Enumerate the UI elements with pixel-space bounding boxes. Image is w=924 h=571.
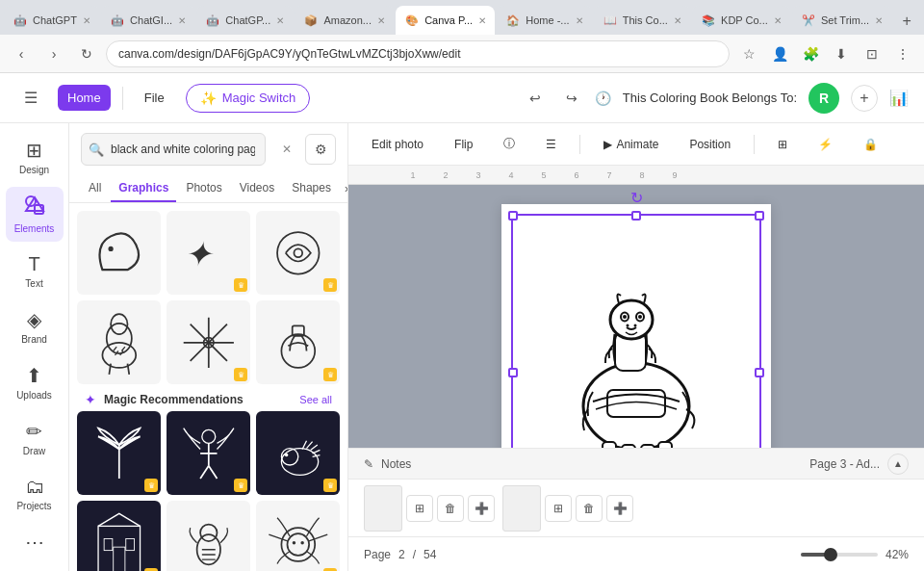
tab-close[interactable]: ✕ <box>875 15 883 26</box>
sidebar-item-text[interactable]: T Text <box>6 246 64 297</box>
hamburger-menu-button[interactable]: ☰ <box>15 83 46 114</box>
flip-button[interactable]: Flip <box>447 134 480 155</box>
tab-chatgpt2[interactable]: 🤖 ChatGI... ✕ <box>101 6 194 35</box>
sidebar-item-uploads[interactable]: ⬆ Uploads <box>6 356 64 408</box>
search-filter-button[interactable]: ⚙ <box>305 134 336 165</box>
resize-handle-tm[interactable] <box>631 211 641 221</box>
sidebar-item-projects[interactable]: 🗂 Projects <box>6 468 64 519</box>
back-button[interactable]: ‹ <box>8 40 35 67</box>
element-building[interactable]: ♛ <box>77 501 161 571</box>
user-avatar[interactable]: R <box>808 83 839 114</box>
page-up-button[interactable]: ▲ <box>887 454 909 475</box>
tab-close[interactable]: ✕ <box>478 15 486 26</box>
page-thumb-2[interactable] <box>502 485 541 532</box>
tab-close[interactable]: ✕ <box>674 15 681 26</box>
grid-view-button[interactable]: ⊞ <box>770 134 795 155</box>
tab-close[interactable]: ✕ <box>774 15 782 26</box>
selected-element-overlay[interactable]: ↻ ↙ <box>511 214 761 448</box>
resize-handle-tr[interactable] <box>755 211 764 221</box>
tab-chatgpt1[interactable]: 🤖 ChatGPT ✕ <box>4 6 99 35</box>
new-tab-button[interactable]: + <box>893 8 920 35</box>
tab-close[interactable]: ✕ <box>576 15 583 26</box>
sidebar-item-design[interactable]: ⊞ Design <box>6 131 64 183</box>
tab-thiscoloring[interactable]: 📖 This Co... ✕ <box>594 6 690 35</box>
info-button[interactable]: ⓘ <box>496 132 523 156</box>
thumb-delete-button-2[interactable]: 🗑 <box>576 495 603 522</box>
tab-all[interactable]: All <box>81 175 109 202</box>
canvas-scroll[interactable]: ↻ ↙ <box>348 185 924 448</box>
redo-button[interactable]: ↪ <box>558 85 585 112</box>
menu-icon-button[interactable]: ☰ <box>538 134 564 155</box>
thumb-add-button-2[interactable]: ➕ <box>606 495 633 522</box>
tab-kdp[interactable]: 📚 KDP Co... ✕ <box>692 6 790 35</box>
download-button[interactable]: ⬇ <box>828 40 855 67</box>
split-button[interactable]: ⊡ <box>859 40 886 67</box>
element-fairy[interactable]: ♛ <box>167 411 250 495</box>
tab-close[interactable]: ✕ <box>178 15 186 26</box>
edit-photo-button[interactable]: Edit photo <box>364 134 431 155</box>
reload-button[interactable]: ↻ <box>73 40 100 67</box>
zoom-slider[interactable] <box>801 553 878 557</box>
canvas-page[interactable]: ↻ ↙ <box>501 204 771 448</box>
rotate-handle[interactable]: ↻ <box>630 189 643 207</box>
tab-home[interactable]: 🏠 Home -... ✕ <box>497 6 591 35</box>
tab-shapes[interactable]: Shapes <box>284 175 339 202</box>
thumb-add-button[interactable]: ➕ <box>468 495 495 522</box>
element-hedgehog[interactable]: ♛ <box>256 411 340 495</box>
notes-label[interactable]: Notes <box>381 457 411 471</box>
tab-close[interactable]: ✕ <box>377 15 385 26</box>
sidebar-item-elements[interactable]: Elements <box>6 187 64 242</box>
document-title[interactable]: This Coloring Book Belongs To: <box>623 91 797 105</box>
version-history-button[interactable]: 🕐 <box>595 91 611 106</box>
sidebar-item-brand[interactable]: ◈ Brand <box>6 300 64 352</box>
tab-photos[interactable]: Photos <box>178 175 229 202</box>
tab-amazon[interactable]: 📦 Amazon... ✕ <box>295 6 394 35</box>
tab-settrim[interactable]: ✂️ Set Trim... ✕ <box>792 6 891 35</box>
menu-button[interactable]: ⋮ <box>889 40 916 67</box>
animate-button[interactable]: ▶ Animate <box>596 134 666 155</box>
element-ornament[interactable]: ♛ <box>256 300 340 384</box>
element-zebra[interactable] <box>77 300 161 384</box>
see-all-button[interactable]: See all <box>299 394 332 405</box>
thumb-copy-button-2[interactable]: ⊞ <box>545 495 572 522</box>
magic-switch-button[interactable]: ✨ Magic Switch <box>186 84 311 113</box>
resize-handle-tl[interactable] <box>508 211 518 221</box>
present-button[interactable]: 📊 <box>889 89 909 107</box>
element-item-3[interactable]: ♛ <box>256 211 340 295</box>
thumb-copy-button[interactable]: ⊞ <box>406 495 433 522</box>
tab-chatgpt3[interactable]: 🤖 ChatGP... ✕ <box>196 6 293 35</box>
element-bee[interactable] <box>167 501 250 571</box>
extensions-button[interactable]: 🧩 <box>797 40 824 67</box>
tab-more-button[interactable]: › <box>341 176 348 201</box>
element-item-1[interactable] <box>77 211 161 295</box>
page-thumb-1[interactable] <box>364 485 402 532</box>
lock-button[interactable]: 🔒 <box>856 134 886 155</box>
element-lion[interactable]: ♛ <box>256 501 340 571</box>
home-button[interactable]: Home <box>58 85 111 111</box>
zoom-thumb[interactable] <box>824 548 837 561</box>
position-button[interactable]: Position <box>681 134 738 155</box>
element-snowflake[interactable]: ♛ <box>167 300 250 384</box>
search-input[interactable] <box>81 133 266 166</box>
share-button[interactable]: + <box>851 85 878 112</box>
resize-handle-mr[interactable] <box>755 368 764 377</box>
tab-canva[interactable]: 🎨 Canva P... ✕ <box>396 6 495 35</box>
tab-close[interactable]: ✕ <box>276 15 284 26</box>
resize-handle-ml[interactable] <box>508 368 518 377</box>
forward-button[interactable]: › <box>40 40 67 67</box>
thumb-delete-button[interactable]: 🗑 <box>437 495 464 522</box>
tab-graphics[interactable]: Graphics <box>111 175 176 202</box>
element-palmtree[interactable]: ♛ <box>77 411 161 495</box>
sidebar-item-apps[interactable]: ⋯ <box>6 523 64 564</box>
filter-button[interactable]: ⚡ <box>810 134 840 155</box>
tab-close[interactable]: ✕ <box>83 15 90 26</box>
bookmark-button[interactable]: ☆ <box>735 40 762 67</box>
url-bar[interactable]: canva.com/design/DAF6jGpAC9Y/yQnTeGtwLvM… <box>106 40 730 67</box>
profile-button[interactable]: 👤 <box>766 40 793 67</box>
file-menu-button[interactable]: File <box>135 85 174 111</box>
element-item-2[interactable]: ✦ ♛ <box>167 211 250 295</box>
undo-button[interactable]: ↩ <box>522 85 549 112</box>
sidebar-item-draw[interactable]: ✏ Draw <box>6 412 64 464</box>
tab-videos[interactable]: Videos <box>232 175 282 202</box>
search-clear-button[interactable]: ✕ <box>282 143 292 156</box>
